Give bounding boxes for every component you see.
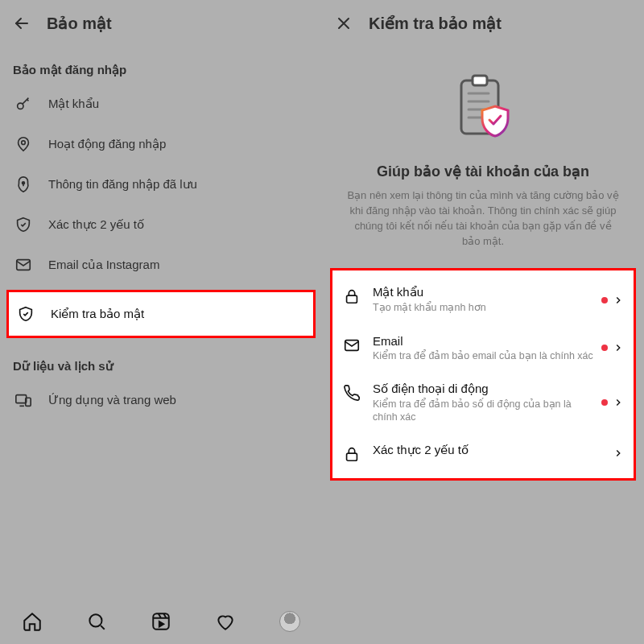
bottom-nav xyxy=(0,599,322,644)
row-saved-login[interactable]: Thông tin đăng nhập đã lưu xyxy=(0,164,322,204)
security-check-screen: Kiểm tra bảo mật xyxy=(322,0,644,644)
svg-point-6 xyxy=(89,614,101,626)
chevron-right-icon xyxy=(613,448,624,459)
svg-rect-14 xyxy=(347,295,357,303)
search-icon[interactable] xyxy=(85,610,108,633)
location-pin-icon xyxy=(13,134,34,155)
check-item-password-title: Mật khẩu xyxy=(373,285,597,299)
heart-icon[interactable] xyxy=(214,610,237,633)
check-item-password[interactable]: Mật khẩu Tạo mật khẩu mạnh hơn xyxy=(332,275,634,324)
check-item-email[interactable]: Email Kiểm tra để đảm bảo email của bạn … xyxy=(332,324,634,372)
shield-check-icon xyxy=(15,303,36,324)
row-apps-websites[interactable]: Ứng dụng và trang web xyxy=(0,380,322,420)
svg-rect-16 xyxy=(347,453,357,460)
mail-icon xyxy=(342,336,361,355)
row-instagram-email-label: Email của Instagram xyxy=(48,258,159,272)
row-two-factor[interactable]: Xác thực 2 yếu tố xyxy=(0,204,322,245)
section-data-history: Dữ liệu và lịch sử xyxy=(0,343,322,380)
clipboard-shield-illustration xyxy=(447,69,519,150)
svg-rect-9 xyxy=(473,76,487,85)
hero-body: Bạn nên xem lại thông tin của mình và tă… xyxy=(345,188,621,249)
hero-heading: Giúp bảo vệ tài khoản của bạn xyxy=(377,163,589,180)
hero-section: Giúp bảo vệ tài khoản của bạn Bạn nên xe… xyxy=(322,47,644,257)
lock-icon xyxy=(342,444,361,464)
mail-icon xyxy=(13,254,34,275)
chevron-right-icon xyxy=(613,295,624,306)
right-title: Kiểm tra bảo mật xyxy=(369,14,502,33)
right-header: Kiểm tra bảo mật xyxy=(322,0,644,47)
reels-icon[interactable] xyxy=(150,610,172,633)
check-item-phone-title: Số điện thoại di động xyxy=(373,382,597,396)
security-settings-screen: Bảo mật Bảo mật đăng nhập Mật khẩu Hoạt … xyxy=(0,0,322,644)
svg-point-2 xyxy=(23,182,25,184)
avatar-icon[interactable] xyxy=(279,610,301,633)
row-password[interactable]: Mật khẩu xyxy=(0,84,322,124)
status-dot xyxy=(601,345,608,351)
check-item-phone[interactable]: Số điện thoại di động Kiểm tra để đảm bả… xyxy=(332,372,634,434)
home-icon[interactable] xyxy=(21,610,43,633)
security-check-list: Mật khẩu Tạo mật khẩu mạnh hơn Email Kiể… xyxy=(330,268,636,481)
phone-icon xyxy=(342,383,361,402)
shield-check-icon xyxy=(13,214,34,235)
row-two-factor-label: Xác thực 2 yếu tố xyxy=(48,217,144,232)
row-password-label: Mật khẩu xyxy=(48,97,99,111)
check-item-phone-sub: Kiểm tra để đảm bảo số di động của bạn l… xyxy=(373,398,597,424)
check-item-email-title: Email xyxy=(373,334,597,348)
close-icon[interactable] xyxy=(333,13,354,34)
chevron-right-icon xyxy=(613,397,624,408)
row-security-check-label: Kiểm tra bảo mật xyxy=(51,307,144,321)
status-dot xyxy=(601,297,608,303)
keyhole-icon xyxy=(13,174,34,195)
svg-rect-7 xyxy=(153,613,169,630)
lock-icon xyxy=(342,287,361,306)
check-item-two-factor-title: Xác thực 2 yếu tố xyxy=(373,443,608,457)
row-saved-login-label: Thông tin đăng nhập đã lưu xyxy=(48,177,197,192)
svg-point-1 xyxy=(22,141,26,145)
check-item-two-factor[interactable]: Xác thực 2 yếu tố xyxy=(332,433,634,473)
row-instagram-email[interactable]: Email của Instagram xyxy=(0,245,322,285)
svg-point-0 xyxy=(18,103,23,109)
status-dot xyxy=(601,399,608,406)
row-apps-websites-label: Ứng dụng và trang web xyxy=(48,393,176,407)
svg-rect-4 xyxy=(16,395,27,403)
highlight-security-check: Kiểm tra bảo mật xyxy=(6,290,316,338)
row-login-activity-label: Hoạt động đăng nhập xyxy=(48,137,166,151)
chevron-right-icon xyxy=(613,342,624,353)
check-item-email-sub: Kiểm tra để đảm bảo email của bạn là chí… xyxy=(373,349,597,362)
left-header: Bảo mật xyxy=(0,0,322,47)
key-icon xyxy=(13,93,34,114)
devices-icon xyxy=(13,390,34,411)
row-security-check[interactable]: Kiểm tra bảo mật xyxy=(9,295,313,332)
check-item-password-sub: Tạo mật khẩu mạnh hơn xyxy=(373,301,597,314)
back-arrow-icon[interactable] xyxy=(11,13,32,34)
section-login-security: Bảo mật đăng nhập xyxy=(0,47,322,84)
left-title: Bảo mật xyxy=(47,14,112,33)
row-login-activity[interactable]: Hoạt động đăng nhập xyxy=(0,124,322,164)
